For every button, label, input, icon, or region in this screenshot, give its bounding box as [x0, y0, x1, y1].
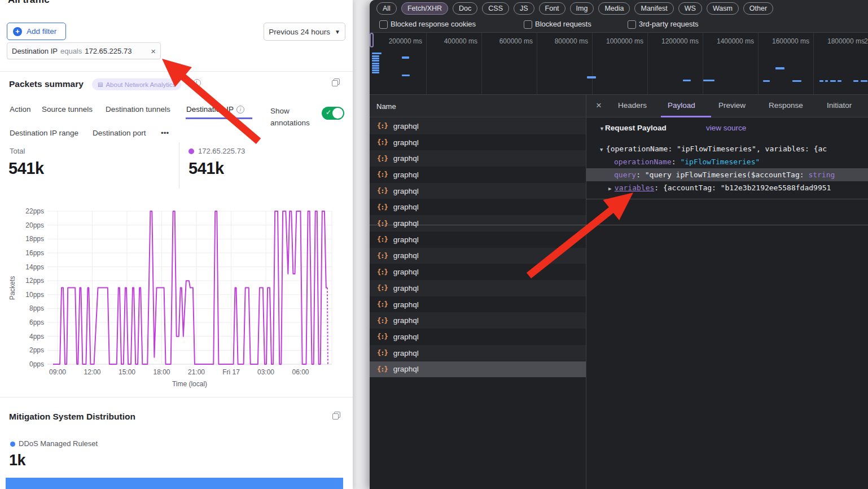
tab-payload[interactable]: Payload [668, 101, 695, 110]
expanded-triangle-icon[interactable]: ▼ [586, 147, 606, 152]
network-request-row[interactable]: {:}graphql [370, 215, 586, 232]
filter-pill-js[interactable]: JS [514, 2, 534, 15]
show-annotations-toggle[interactable]: ✓ [322, 107, 344, 120]
timeline-gridline [481, 33, 482, 94]
filter-pill-fetch-xhr[interactable]: Fetch/XHR [401, 2, 448, 15]
request-name: graphql [393, 251, 419, 260]
svg-text:8pps: 8pps [29, 304, 44, 312]
request-name: graphql [393, 284, 419, 292]
svg-text:15:00: 15:00 [119, 368, 135, 376]
about-network-analytics-badge[interactable]: ▤ About Network Analytics [92, 78, 181, 90]
timeline-gridline [537, 33, 537, 94]
timeline-gridline [758, 33, 759, 94]
filter-pill-manifest[interactable]: Manifest [634, 2, 673, 15]
network-request-row[interactable]: {:}graphql [370, 232, 586, 248]
filter-pill-css[interactable]: CSS [482, 2, 509, 15]
divider [370, 32, 868, 33]
chevron-down-icon: ▼ [335, 29, 340, 35]
network-request-row[interactable]: {:}graphql [370, 329, 586, 345]
collapse-triangle-icon[interactable]: ▼ [599, 126, 604, 132]
json-braces-icon: {:} [377, 300, 388, 308]
timeline-tick-label: 1800000 ms [827, 37, 865, 45]
json-braces-icon: {:} [377, 252, 388, 260]
network-request-row[interactable]: {:}graphql [370, 296, 586, 313]
filter-pill-other[interactable]: Other [743, 2, 773, 15]
json-braces-icon: {:} [377, 317, 388, 325]
timeline-scroll-handle[interactable] [370, 33, 374, 47]
view-source-link[interactable]: view source [706, 124, 746, 132]
tab-initiator[interactable]: Initiator [827, 101, 852, 110]
filter-pill-wasm[interactable]: Wasm [707, 2, 739, 15]
filter-pill-media[interactable]: Media [598, 2, 630, 15]
toggle-knob [332, 108, 343, 119]
network-request-row[interactable]: {:}graphql [370, 134, 586, 151]
network-request-row[interactable]: {:}graphql [370, 199, 586, 216]
tab-destination-ip-range[interactable]: Destination IP range [10, 129, 78, 137]
network-request-row[interactable]: {:}graphql [370, 361, 586, 378]
svg-text:Fri 17: Fri 17 [222, 368, 240, 376]
checkbox-label: Blocked response cookies [391, 20, 476, 28]
copy-card-icon[interactable] [332, 412, 341, 420]
remove-filter-icon[interactable]: × [151, 47, 156, 55]
tab-preview[interactable]: Preview [718, 101, 746, 110]
network-request-row[interactable]: {:}graphql [370, 248, 586, 264]
filter-pill-img[interactable]: Img [570, 2, 594, 15]
checkbox-3rd-party-requests[interactable] [628, 20, 636, 29]
copy-card-icon[interactable] [332, 78, 340, 87]
divider [179, 142, 179, 189]
timeline-tick-label: 600000 ms [499, 37, 533, 45]
tab-more[interactable]: ••• [161, 129, 169, 137]
active-tab-underline [186, 117, 252, 119]
json-braces-icon: {:} [377, 187, 388, 195]
mitigation-bar[interactable] [6, 478, 343, 489]
history-clock-icon[interactable] [193, 79, 201, 87]
packets-summary-title: Packets summary [9, 79, 84, 89]
request-activity-mark [830, 80, 836, 82]
collapsed-triangle-icon[interactable]: ▶ [586, 186, 615, 191]
check-icon: ✓ [326, 108, 331, 116]
payload-line[interactable]: ▼ {operationName: "ipFlowTimeseries", va… [586, 142, 868, 155]
checkbox-blocked-requests[interactable] [524, 20, 532, 29]
network-request-row[interactable]: {:}graphql [370, 312, 586, 329]
filter-pill-doc[interactable]: Doc [453, 2, 477, 15]
request-activity-mark [853, 80, 858, 82]
network-request-row[interactable]: {:}graphql [370, 264, 586, 280]
timeline-tick-label: 1600000 ms [772, 37, 809, 45]
payload-line[interactable]: ▶ variables: {accountTag: "b12e3b2192ee5… [586, 181, 868, 194]
svg-text:21:00: 21:00 [188, 368, 205, 376]
request-type-filter-bar: AllFetch/XHRDocCSSJSFontImgMediaManifest… [370, 0, 868, 16]
filter-chip[interactable]: Destination IP equals 172.65.225.73 × [7, 42, 161, 59]
tab-destination-ip[interactable]: Destination IPi [186, 105, 244, 113]
network-request-row[interactable]: {:}graphql [370, 150, 586, 167]
svg-text:06:00: 06:00 [292, 368, 309, 376]
network-request-row[interactable]: {:}graphql [370, 118, 586, 134]
request-activity-mark [372, 55, 379, 57]
tab-destination-tunnels[interactable]: Destination tunnels [106, 105, 170, 113]
checkbox-blocked-response-cookies[interactable] [379, 20, 388, 29]
tab-destination-port[interactable]: Destination port [93, 129, 146, 137]
add-filter-button[interactable]: + Add filter [7, 23, 66, 40]
time-range-dropdown[interactable]: Previous 24 hours ▼ [264, 23, 345, 41]
network-request-row[interactable]: {:}graphql [370, 183, 586, 199]
tab-action[interactable]: Action [10, 105, 31, 113]
tab-response[interactable]: Response [769, 101, 803, 110]
json-braces-icon: {:} [377, 349, 388, 357]
info-icon[interactable]: i [236, 106, 244, 113]
packets-timeseries-chart: 0pps2pps4pps6pps8pps10pps12pps14pps16pps… [0, 203, 353, 390]
network-request-row[interactable]: {:}graphql [370, 280, 586, 296]
filter-pill-all[interactable]: All [376, 2, 397, 15]
tab-headers[interactable]: Headers [618, 101, 647, 110]
name-header-label: Name [376, 102, 396, 111]
tab-source-tunnels[interactable]: Source tunnels [42, 105, 93, 113]
svg-text:09:00: 09:00 [49, 368, 66, 376]
filter-pill-font[interactable]: Font [539, 2, 565, 15]
network-request-row[interactable]: {:}graphql [370, 345, 586, 361]
request-name: graphql [393, 365, 419, 373]
add-filter-label: Add filter [27, 27, 56, 36]
name-column-header[interactable]: Name [370, 95, 586, 117]
request-activity-mark [587, 76, 596, 78]
screenshot-artifact-line [586, 199, 868, 199]
network-request-row[interactable]: {:}graphql [370, 167, 586, 183]
filter-pill-ws[interactable]: WS [678, 2, 702, 15]
close-panel-icon[interactable]: × [596, 100, 602, 111]
